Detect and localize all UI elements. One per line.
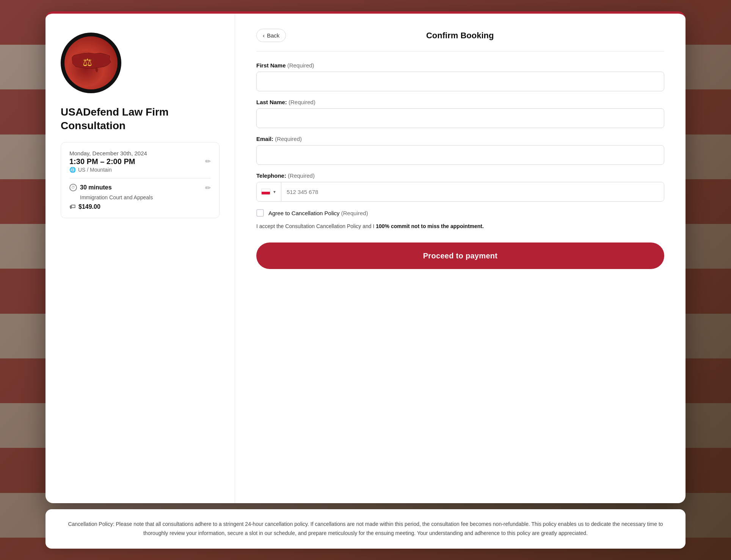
firm-logo: ⚖: [61, 33, 121, 93]
left-panel: ⚖ USADefend Law Firm Consultation Monday…: [45, 14, 235, 503]
time-text: 1:30 PM – 2:00 PM: [69, 157, 147, 166]
divider-1: [69, 178, 211, 178]
cancellation-checkbox-row: Agree to Cancellation Policy (Required): [256, 209, 664, 217]
details-left: ⏱ 30 minutes Immigration Court and Appea…: [69, 184, 153, 210]
header-separator: [256, 51, 664, 52]
logo-inner: ⚖: [64, 36, 118, 89]
proceed-to-payment-button[interactable]: Proceed to payment: [256, 242, 664, 269]
last-name-label: Last Name: (Required): [256, 99, 664, 105]
email-group: Email: (Required): [256, 136, 664, 165]
edit-details-icon[interactable]: ✏: [205, 184, 211, 192]
svg-text:⚖: ⚖: [83, 56, 92, 68]
back-chevron-icon: ‹: [263, 32, 265, 39]
cancellation-checkbox[interactable]: [256, 209, 264, 217]
date-row: Monday, December 30th, 2024 1:30 PM – 2:…: [69, 150, 211, 173]
phone-country-selector[interactable]: ▼: [257, 182, 281, 201]
telephone-label: Telephone: (Required): [256, 172, 664, 179]
email-label: Email: (Required): [256, 136, 664, 142]
firm-title: USADefend Law Firm Consultation: [61, 105, 220, 133]
first-name-group: First Name (Required): [256, 62, 664, 91]
cancellation-policy-text: Cancellation Policy: Please note that al…: [68, 521, 663, 536]
timezone-row: 🌐 US / Mountain: [69, 167, 147, 173]
usa-map-svg: ⚖: [68, 48, 114, 78]
last-name-group: Last Name: (Required): [256, 99, 664, 128]
back-label: Back: [267, 32, 279, 39]
main-modal: ⚖ USADefend Law Firm Consultation Monday…: [45, 11, 686, 503]
header-row: ‹ Back Confirm Booking: [256, 29, 664, 42]
modal-wrapper: ⚖ USADefend Law Firm Consultation Monday…: [45, 11, 686, 549]
last-name-input[interactable]: [256, 108, 664, 128]
duration-label: 30 minutes: [80, 184, 112, 191]
phone-row: ▼: [256, 182, 664, 202]
first-name-input[interactable]: [256, 72, 664, 91]
confirm-booking-title: Confirm Booking: [286, 31, 634, 41]
practice-area: Immigration Court and Appeals: [80, 194, 153, 200]
price-text: $149.00: [78, 203, 100, 210]
telephone-input[interactable]: [281, 182, 664, 201]
cancellation-checkbox-label: Agree to Cancellation Policy (Required): [268, 210, 368, 216]
policy-acceptance-text: I accept the Consultation Cancellation P…: [256, 222, 664, 230]
booking-info-card: Monday, December 30th, 2024 1:30 PM – 2:…: [61, 142, 220, 218]
edit-date-icon[interactable]: ✏: [205, 157, 211, 166]
poland-flag-icon: [261, 189, 270, 195]
details-row: ⏱ 30 minutes Immigration Court and Appea…: [69, 184, 211, 210]
price-row: 🏷 $149.00: [69, 203, 153, 210]
cancellation-footer: Cancellation Policy: Please note that al…: [45, 509, 686, 549]
phone-dropdown-chevron: ▼: [273, 190, 276, 194]
back-button[interactable]: ‹ Back: [256, 29, 286, 42]
first-name-label: First Name (Required): [256, 62, 664, 69]
date-text: Monday, December 30th, 2024: [69, 150, 147, 156]
date-info: Monday, December 30th, 2024 1:30 PM – 2:…: [69, 150, 147, 173]
globe-icon: 🌐: [69, 167, 76, 173]
right-panel: ‹ Back Confirm Booking First Name (Requi…: [235, 14, 686, 503]
tag-icon: 🏷: [69, 203, 75, 210]
email-input[interactable]: [256, 145, 664, 165]
duration-row: ⏱ 30 minutes: [69, 184, 153, 191]
clock-icon: ⏱: [69, 184, 77, 191]
timezone-text: US / Mountain: [78, 167, 112, 173]
telephone-group: Telephone: (Required) ▼: [256, 172, 664, 202]
